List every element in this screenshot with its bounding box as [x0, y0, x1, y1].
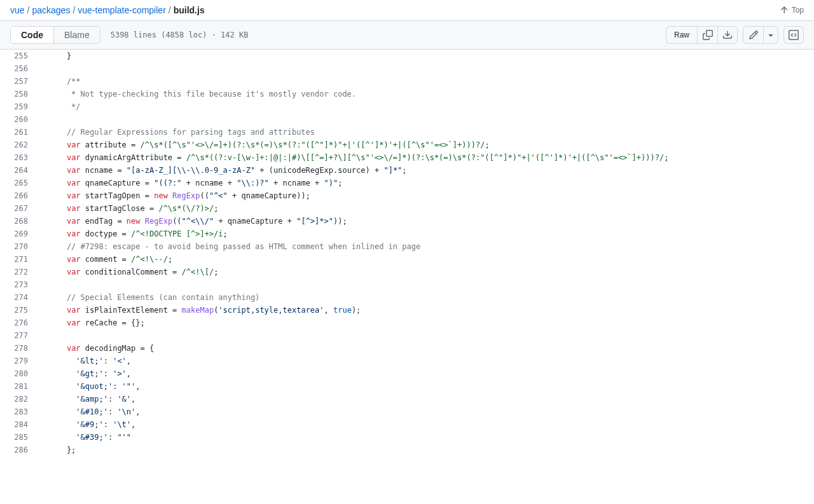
edit-button[interactable]	[743, 26, 763, 44]
arrow-up-icon	[779, 5, 789, 15]
caret-down-icon	[766, 30, 776, 40]
line-content: var attribute = /^\s*([^\s"'<>\/=]+)(?:\…	[38, 139, 490, 151]
line-number[interactable]: 260	[0, 113, 38, 126]
line-number[interactable]: 270	[0, 240, 38, 253]
line-content	[38, 278, 48, 291]
code-line[interactable]: 274 // Special Elements (can contain any…	[0, 291, 814, 304]
file-header: vue / packages / vue-template-compiler /…	[0, 0, 814, 21]
code-line[interactable]: 273	[0, 278, 814, 291]
line-number[interactable]: 282	[0, 393, 38, 405]
code-line[interactable]: 267 var startTagClose = /^\s*(\/?)>/;	[0, 202, 814, 215]
code-line[interactable]: 283 '&#10;': '\n',	[0, 405, 814, 418]
raw-group: Raw	[666, 26, 738, 44]
breadcrumb-link[interactable]: packages	[32, 5, 70, 15]
breadcrumb-link[interactable]: vue	[10, 5, 25, 15]
line-number[interactable]: 255	[0, 50, 38, 62]
code-line[interactable]: 280 '&gt;': '>',	[0, 367, 814, 380]
code-line[interactable]: 265 var qnameCapture = "((?:" + ncname +…	[0, 177, 814, 189]
line-content: var isPlainTextElement = makeMap('script…	[38, 304, 361, 317]
scroll-top-link[interactable]: Top	[779, 5, 804, 15]
code-line[interactable]: 255 }	[0, 50, 814, 62]
edit-dropdown-button[interactable]	[763, 26, 778, 44]
line-number[interactable]: 273	[0, 278, 38, 291]
toolbar-right: Raw	[666, 26, 804, 44]
line-content	[38, 329, 48, 342]
line-content: var startTagOpen = new RegExp(("^<" + qn…	[38, 189, 310, 202]
code-line[interactable]: 271 var comment = /^<!\--/;	[0, 253, 814, 266]
line-number[interactable]: 268	[0, 215, 38, 228]
code-line[interactable]: 263 var dynamicArgAttribute = /^\s*((?:v…	[0, 151, 814, 164]
code-line[interactable]: 276 var reCache = {};	[0, 317, 814, 329]
copy-button[interactable]	[697, 26, 717, 44]
code-line[interactable]: 278 var decodingMap = {	[0, 342, 814, 355]
code-line[interactable]: 277	[0, 329, 814, 342]
file-info: 5398 lines (4858 loc) · 142 KB	[111, 31, 249, 39]
line-content: '&amp;': '&',	[38, 393, 135, 405]
code-line[interactable]: 285 '&#39;': "'"	[0, 431, 814, 444]
line-number[interactable]: 284	[0, 418, 38, 431]
tab-code[interactable]: Code	[11, 27, 53, 43]
line-number[interactable]: 276	[0, 317, 38, 329]
line-number[interactable]: 275	[0, 304, 38, 317]
code-line[interactable]: 260	[0, 113, 814, 126]
line-number[interactable]: 259	[0, 100, 38, 113]
line-number[interactable]: 263	[0, 151, 38, 164]
line-number[interactable]: 279	[0, 355, 38, 367]
code-viewer[interactable]: 255 }256257 /**258 * Not type-checking t…	[0, 50, 814, 456]
line-number[interactable]: 274	[0, 291, 38, 304]
line-content: var qnameCapture = "((?:" + ncname + "\\…	[38, 177, 342, 189]
download-icon	[722, 30, 733, 40]
code-line[interactable]: 269 var doctype = /^<!DOCTYPE [^>]+>/i;	[0, 228, 814, 240]
line-number[interactable]: 257	[0, 75, 38, 88]
line-content: }	[38, 50, 71, 62]
breadcrumb-sep: /	[169, 5, 171, 15]
line-number[interactable]: 277	[0, 329, 38, 342]
symbols-button[interactable]	[783, 26, 804, 44]
code-line[interactable]: 282 '&amp;': '&',	[0, 393, 814, 405]
line-number[interactable]: 262	[0, 139, 38, 151]
code-line[interactable]: 259 */	[0, 100, 814, 113]
line-number[interactable]: 285	[0, 431, 38, 444]
line-number[interactable]: 283	[0, 405, 38, 418]
code-line[interactable]: 256	[0, 62, 814, 75]
line-number[interactable]: 256	[0, 62, 38, 75]
line-content: // #7298: escape - to avoid being passed…	[38, 240, 420, 253]
line-number[interactable]: 267	[0, 202, 38, 215]
code-line[interactable]: 262 var attribute = /^\s*([^\s"'<>\/=]+)…	[0, 139, 814, 151]
code-line[interactable]: 281 '&quot;': '"',	[0, 380, 814, 393]
line-content: '&quot;': '"',	[38, 380, 141, 393]
line-number[interactable]: 286	[0, 444, 38, 456]
line-number[interactable]: 265	[0, 177, 38, 189]
line-number[interactable]: 269	[0, 228, 38, 240]
file-toolbar: Code Blame 5398 lines (4858 loc) · 142 K…	[0, 21, 814, 50]
code-line[interactable]: 275 var isPlainTextElement = makeMap('sc…	[0, 304, 814, 317]
line-number[interactable]: 281	[0, 380, 38, 393]
code-line[interactable]: 261 // Regular Expressions for parsing t…	[0, 126, 814, 139]
code-line[interactable]: 258 * Not type-checking this file becaus…	[0, 88, 814, 100]
line-content: };	[38, 444, 76, 456]
breadcrumb-link[interactable]: vue-template-compiler	[78, 5, 166, 15]
line-number[interactable]: 278	[0, 342, 38, 355]
line-number[interactable]: 280	[0, 367, 38, 380]
code-line[interactable]: 286 };	[0, 444, 814, 456]
code-line[interactable]: 264 var ncname = "[a-zA-Z_][\\-\\.0-9_a-…	[0, 164, 814, 177]
code-line[interactable]: 266 var startTagOpen = new RegExp(("^<" …	[0, 189, 814, 202]
line-content: var dynamicArgAttribute = /^\s*((?:v-[\w…	[38, 151, 668, 164]
code-line[interactable]: 268 var endTag = new RegExp(("^<\\/" + q…	[0, 215, 814, 228]
tab-blame[interactable]: Blame	[53, 27, 100, 43]
line-number[interactable]: 264	[0, 164, 38, 177]
code-line[interactable]: 284 '&#9;': '\t',	[0, 418, 814, 431]
line-number[interactable]: 258	[0, 88, 38, 100]
line-content: '&gt;': '>',	[38, 367, 131, 380]
download-button[interactable]	[717, 26, 738, 44]
code-line[interactable]: 279 '&lt;': '<',	[0, 355, 814, 367]
line-number[interactable]: 266	[0, 189, 38, 202]
code-line[interactable]: 270 // #7298: escape - to avoid being pa…	[0, 240, 814, 253]
raw-button[interactable]: Raw	[666, 26, 697, 44]
code-line[interactable]: 272 var conditionalComment = /^<!\[/;	[0, 266, 814, 278]
line-content: */	[38, 100, 81, 113]
line-number[interactable]: 271	[0, 253, 38, 266]
line-number[interactable]: 272	[0, 266, 38, 278]
line-number[interactable]: 261	[0, 126, 38, 139]
code-line[interactable]: 257 /**	[0, 75, 814, 88]
